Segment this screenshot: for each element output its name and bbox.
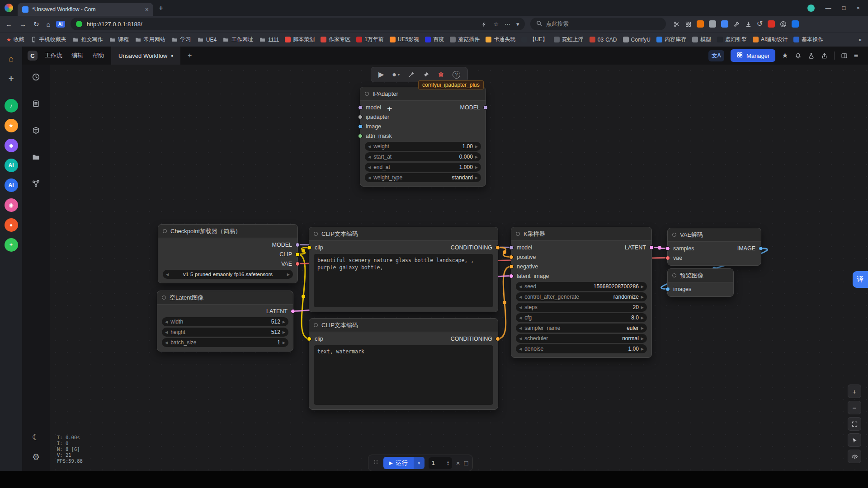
bell-icon[interactable]: [795, 52, 802, 59]
collapse-dot[interactable]: [365, 92, 369, 96]
toggle-ui-button[interactable]: [848, 450, 861, 463]
sidebar-item-theme-toggle[interactable]: ☾: [32, 432, 40, 442]
arrow-left-icon[interactable]: ◀: [368, 145, 371, 149]
sidebar-item-node-library[interactable]: [32, 153, 40, 163]
arrow-left-icon[interactable]: ◀: [165, 320, 168, 324]
close-icon[interactable]: ×: [856, 5, 860, 11]
drag-handle-icon[interactable]: [373, 459, 379, 467]
count-stepper[interactable]: ▴▾: [447, 460, 449, 466]
chevron-down-icon[interactable]: ▾: [516, 21, 519, 27]
help-button[interactable]: ?: [453, 71, 460, 79]
arrow-right-icon[interactable]: ▶: [475, 145, 478, 149]
translate-button[interactable]: 文A: [708, 50, 724, 61]
ext-red-icon[interactable]: [768, 20, 775, 28]
bookmark-item[interactable]: 虚幻引擎: [717, 36, 747, 43]
arrow-right-icon[interactable]: ▶: [641, 285, 644, 289]
bookmark-item[interactable]: 推文写作: [72, 36, 103, 43]
ext-gray-icon[interactable]: [709, 20, 716, 28]
address-bar[interactable]: ☆⋯▾: [71, 18, 525, 30]
new-tab-button[interactable]: +: [159, 4, 163, 13]
tab-close-icon[interactable]: ×: [145, 6, 149, 13]
bookmarks-overflow-icon[interactable]: »: [859, 36, 862, 43]
arrow-right-icon[interactable]: ▶: [641, 326, 644, 330]
fit-view-button[interactable]: [848, 417, 861, 431]
input-port-clip[interactable]: [307, 337, 311, 341]
node-clip_pos[interactable]: CLIP文本编码clipCONDITIONINGbeautiful scener…: [309, 227, 498, 312]
ai-badge[interactable]: AI: [56, 21, 65, 28]
add-icon[interactable]: +: [5, 72, 18, 85]
arrow-left-icon[interactable]: ◀: [368, 155, 371, 159]
menu-item-0[interactable]: 工作流: [45, 52, 62, 60]
bookmark-item[interactable]: UE5影视: [390, 36, 419, 43]
minimize-icon[interactable]: —: [826, 5, 831, 11]
bookmark-item[interactable]: 1万年前: [356, 36, 384, 43]
output-port-LATENT[interactable]: [291, 309, 295, 314]
maximize-icon[interactable]: □: [842, 5, 846, 11]
arrow-right-icon[interactable]: ▶: [283, 320, 285, 324]
zoom-out-button[interactable]: −: [848, 401, 861, 414]
menu-item-2[interactable]: 帮助: [92, 52, 104, 60]
output-port-MODEL[interactable]: [483, 105, 488, 110]
node-ipadapter[interactable]: IPAdaptermodelMODELipadapterimageattn_ma…: [360, 87, 486, 187]
arrow-left-icon[interactable]: ◀: [368, 165, 371, 169]
arrow-left-icon[interactable]: ◀: [368, 176, 371, 180]
refresh-icon[interactable]: ↻: [33, 21, 39, 28]
menu-icon[interactable]: ≡: [854, 52, 858, 59]
cancel-button[interactable]: ×: [456, 459, 460, 467]
flask-icon[interactable]: [808, 52, 815, 59]
collapse-dot[interactable]: [672, 233, 676, 237]
arrow-left-icon[interactable]: ◀: [519, 347, 522, 351]
avatar-icon[interactable]: [780, 21, 787, 28]
bookmark-item[interactable]: AI辅助设计: [753, 36, 788, 43]
output-port-CONDITIONING[interactable]: [495, 245, 500, 250]
output-port-VAE[interactable]: [295, 262, 300, 266]
arrow-left-icon[interactable]: ◀: [519, 337, 522, 341]
browser-logo-icon[interactable]: [5, 4, 13, 12]
prompt-textarea[interactable]: text, watermark: [314, 345, 493, 405]
star-outline-icon[interactable]: ☆: [493, 21, 499, 27]
bookmark-item[interactable]: 卡通头玩: [486, 36, 515, 43]
arrow-right-icon[interactable]: ▶: [641, 347, 644, 351]
bookmark-item[interactable]: UE4: [197, 36, 217, 43]
node-clip_neg[interactable]: CLIP文本编码clipCONDITIONINGtext, watermark: [309, 318, 498, 410]
bookmark-item[interactable]: 课程: [109, 36, 129, 43]
widget-weight[interactable]: ◀weight1.00▶: [365, 142, 481, 151]
bookmark-item[interactable]: 学习: [171, 36, 191, 43]
widget-sampler_name[interactable]: ◀sampler_nameeuler▶: [516, 324, 647, 333]
bookmark-item[interactable]: 霓虹上浮: [554, 36, 584, 43]
bookmark-item[interactable]: 1111: [259, 36, 279, 43]
bookmark-item[interactable]: ComfyU: [623, 37, 651, 43]
output-port-CLIP[interactable]: [295, 252, 300, 257]
collapse-dot[interactable]: [162, 296, 166, 300]
input-port-attn_mask[interactable]: [358, 134, 363, 138]
node-ksampler[interactable]: K采样器modelLATENTpositivenegativelatent_im…: [511, 227, 652, 358]
back-icon[interactable]: ←: [5, 21, 12, 28]
arrow-left-icon[interactable]: ◀: [166, 272, 169, 277]
input-port-model[interactable]: [358, 105, 363, 110]
arrow-right-icon[interactable]: ▶: [283, 341, 285, 345]
comfy-logo[interactable]: C: [28, 51, 38, 61]
ext-blue-icon[interactable]: [721, 20, 728, 28]
widget-end_at[interactable]: ◀end_at1.000▶: [365, 163, 481, 172]
app-purple[interactable]: ◆: [5, 139, 18, 152]
arrow-left-icon[interactable]: ◀: [519, 316, 522, 320]
input-port-latent_image[interactable]: [509, 274, 514, 278]
home-icon[interactable]: ⌂: [5, 52, 18, 66]
app-orange-red[interactable]: ●: [5, 218, 18, 232]
arrow-right-icon[interactable]: ▶: [641, 295, 644, 299]
input-port-ipadapter[interactable]: [358, 115, 363, 119]
node-checkpoint[interactable]: Checkpoint加载器（简易）MODELCLIPVAE◀v1-5-prune…: [158, 224, 298, 283]
collapse-dot[interactable]: [516, 232, 520, 236]
run-split-button[interactable]: ▶ 运行 ▾: [383, 457, 425, 469]
app-ai-teal[interactable]: AI: [5, 159, 18, 172]
input-port-positive[interactable]: [509, 255, 514, 259]
input-port-image[interactable]: [358, 124, 363, 129]
app-green-leaf[interactable]: +: [5, 238, 18, 252]
widget-width[interactable]: ◀width512▶: [162, 317, 288, 326]
bookmark-item[interactable]: 【UE】: [521, 36, 548, 43]
input-port-negative[interactable]: [509, 264, 514, 269]
input-port-images[interactable]: [665, 287, 670, 291]
collapse-dot[interactable]: [163, 229, 167, 233]
undo-icon[interactable]: ↺: [757, 20, 763, 28]
bookmark-item[interactable]: 常用网站: [135, 36, 165, 43]
